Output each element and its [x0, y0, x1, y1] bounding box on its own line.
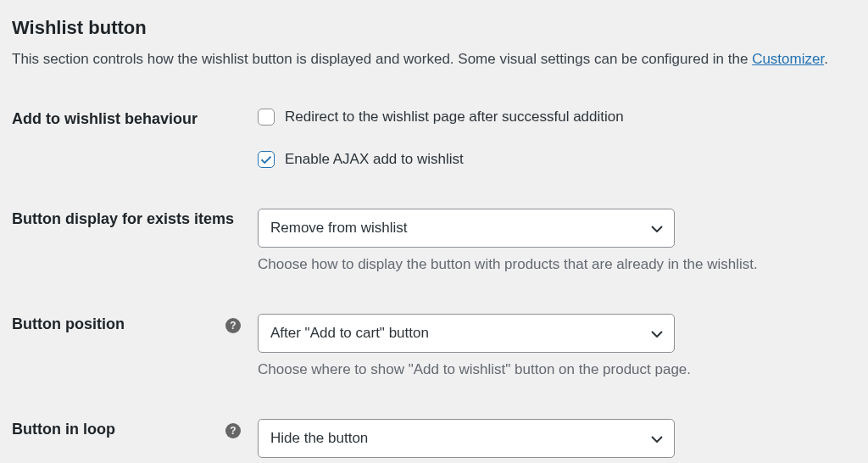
field-loop: Hide the button Choose where to show "Ad… — [258, 419, 856, 463]
help-icon[interactable]: ? — [225, 318, 241, 333]
desc-exists-display: Choose how to display the button with pr… — [258, 256, 856, 273]
check-icon — [260, 153, 272, 165]
section-title: Wishlist button — [12, 17, 856, 39]
label-loop: Button in loop ? — [12, 419, 258, 438]
section-description: This section controls how the wishlist b… — [12, 51, 856, 68]
select-exists-display-wrapper: Remove from wishlist — [258, 209, 675, 248]
checkbox-ajax[interactable] — [258, 151, 275, 168]
label-loop-text: Button in loop — [12, 421, 115, 438]
select-loop-value: Hide the button — [270, 430, 368, 447]
checkbox-item-redirect: Redirect to the wishlist page after succ… — [258, 109, 856, 126]
select-loop-wrapper: Hide the button — [258, 419, 675, 458]
checkbox-ajax-label: Enable AJAX add to wishlist — [285, 151, 464, 168]
checkbox-redirect[interactable] — [258, 109, 275, 126]
field-exists-display: Remove from wishlist Choose how to displ… — [258, 209, 856, 273]
checkbox-item-ajax: Enable AJAX add to wishlist — [258, 151, 856, 168]
select-loop[interactable]: Hide the button — [258, 419, 675, 458]
label-behaviour: Add to wishlist behaviour — [12, 109, 258, 128]
field-behaviour: Redirect to the wishlist page after succ… — [258, 109, 856, 168]
row-position: Button position ? After "Add to cart" bu… — [12, 314, 856, 378]
select-position-wrapper: After "Add to cart" button — [258, 314, 675, 353]
label-position: Button position ? — [12, 314, 258, 333]
section-description-suffix: . — [824, 51, 828, 67]
desc-position: Choose where to show "Add to wishlist" b… — [258, 361, 856, 378]
help-icon[interactable]: ? — [225, 423, 241, 438]
select-exists-display[interactable]: Remove from wishlist — [258, 209, 675, 248]
select-position[interactable]: After "Add to cart" button — [258, 314, 675, 353]
select-exists-display-value: Remove from wishlist — [270, 220, 408, 237]
row-behaviour: Add to wishlist behaviour Redirect to th… — [12, 109, 856, 168]
customizer-link[interactable]: Customizer — [752, 51, 824, 67]
label-exists-display: Button display for exists items — [12, 209, 258, 228]
label-position-text: Button position — [12, 315, 125, 332]
field-position: After "Add to cart" button Choose where … — [258, 314, 856, 378]
section-description-text: This section controls how the wishlist b… — [12, 51, 752, 67]
row-exists-display: Button display for exists items Remove f… — [12, 209, 856, 273]
row-loop: Button in loop ? Hide the button Choose … — [12, 419, 856, 463]
checkbox-redirect-label: Redirect to the wishlist page after succ… — [285, 109, 624, 126]
settings-form: Add to wishlist behaviour Redirect to th… — [12, 109, 856, 463]
select-position-value: After "Add to cart" button — [270, 325, 429, 342]
